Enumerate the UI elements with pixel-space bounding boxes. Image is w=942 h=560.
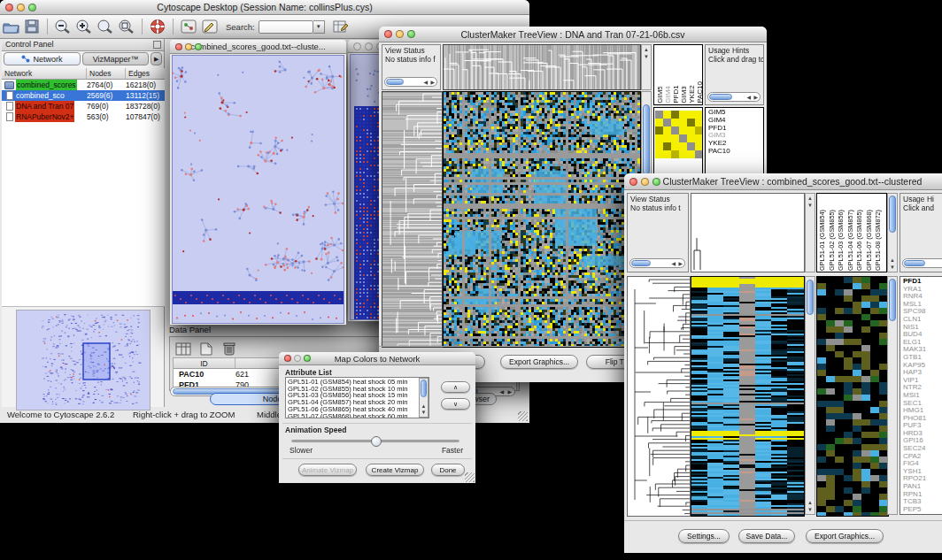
close-button[interactable] [5, 4, 13, 12]
tv2-detail-heatmap[interactable] [816, 276, 889, 517]
network-row[interactable]: DNA and Tran 07769(0)183728(0) [2, 101, 165, 111]
matrix-cell[interactable] [663, 119, 671, 127]
tab-vizmapper[interactable]: VizMapper™ [82, 52, 149, 65]
scroll-right-icon[interactable]: ▶ [678, 259, 683, 268]
select-attributes-icon[interactable] [173, 339, 194, 358]
delete-attribute-icon[interactable] [219, 339, 240, 358]
network-window-titlebar[interactable]: combined_scores_good.txt--cluste... [170, 40, 346, 54]
scroll-down-icon[interactable]: ▼ [806, 507, 815, 513]
tv1-heatmap[interactable] [443, 91, 641, 348]
create-vizmap-button[interactable]: Create Vizmap [366, 464, 424, 476]
resize-grip[interactable] [518, 411, 528, 421]
slider-thumb[interactable] [371, 436, 382, 447]
tv2-column-label[interactable]: GPL51-07 (GSM868) [865, 210, 875, 271]
matrix-cell[interactable] [655, 127, 663, 134]
settings-button[interactable]: Settings... [678, 529, 730, 543]
matrix-cell[interactable] [663, 134, 671, 142]
close-button[interactable] [353, 42, 361, 50]
treeview2-titlebar[interactable]: ClusterMaker TreeView : combined_scores_… [624, 173, 942, 190]
network-view-canvas[interactable] [172, 55, 344, 324]
network-row[interactable]: RNAPuberNov2+563(0)107847(0) [2, 111, 165, 122]
matrix-cell[interactable] [695, 119, 703, 127]
tv1-top-scroll-strip[interactable]: ▲ ▼ [641, 44, 652, 90]
tv2-column-label[interactable]: GPL51-03 (GSM856) [837, 210, 846, 271]
tv2-heatmap[interactable] [691, 276, 805, 517]
tv1-column-labels[interactable]: GIM5GIM4PFD1GIM3YKE2PAC10 [653, 44, 703, 105]
network-overview-thumbnail[interactable] [16, 310, 151, 410]
network-row[interactable]: combined_sco2569(6)13112(15) [2, 90, 165, 101]
matrix-cell[interactable] [695, 111, 703, 119]
matrix-cell[interactable] [663, 150, 671, 158]
table-edit-icon[interactable] [330, 17, 351, 36]
zoom-button[interactable] [304, 355, 311, 362]
tv1-gene-label[interactable]: PAC10 [708, 148, 763, 156]
dialog-titlebar[interactable]: Map Colors to Network [279, 352, 475, 365]
matrix-cell[interactable] [671, 150, 679, 158]
tv1-summary-matrix[interactable] [655, 111, 703, 158]
scroll-down-icon[interactable]: ▼ [642, 54, 651, 60]
scroll-up-icon[interactable]: ▲ [420, 403, 428, 410]
attribute-list-item[interactable]: GPL51-07 (GSM868) heat shock 60 min [288, 413, 427, 418]
zoom-button[interactable] [195, 43, 202, 50]
tab-overflow[interactable]: ▶ [151, 52, 162, 65]
animation-speed-slider[interactable] [291, 440, 459, 442]
matrix-cell[interactable] [687, 134, 695, 142]
matrix-cell[interactable] [687, 111, 695, 119]
matrix-cell[interactable] [679, 111, 687, 119]
tv2-column-label[interactable]: GPL51-02 (GSM855) [828, 210, 838, 271]
matrix-cell[interactable] [663, 111, 671, 119]
matrix-cell[interactable] [679, 127, 687, 134]
matrix-cell[interactable] [671, 119, 679, 127]
matrix-cell[interactable] [687, 127, 695, 134]
matrix-cell[interactable] [671, 127, 679, 134]
tv2-status-hscrollbar[interactable]: ◀ ▶ [629, 258, 685, 268]
minimize-button[interactable] [185, 43, 192, 50]
scroll-left-icon[interactable]: ◀ [671, 259, 676, 268]
scroll-down-icon[interactable]: ▼ [420, 410, 428, 416]
close-button[interactable] [284, 355, 291, 362]
tv2-column-label[interactable]: GPL51-01 (GSM854) [818, 210, 828, 271]
scroll-right-icon[interactable]: ▶ [753, 93, 758, 102]
scroll-up-icon[interactable]: ▲ [642, 47, 651, 53]
scroll-right-icon[interactable]: ▶ [507, 387, 512, 396]
tv2-column-label[interactable]: GPL51-08 (GSM872) [874, 210, 884, 271]
tv1-column-label[interactable]: GIM5 [656, 81, 664, 104]
matrix-cell[interactable] [687, 142, 695, 150]
matrix-cell[interactable] [695, 142, 703, 150]
tv2-column-label[interactable]: GPL51-04 (GSM857) [846, 210, 856, 271]
matrix-cell[interactable] [679, 150, 687, 158]
tv2-column-labels[interactable]: GPL51-01 (GSM854)GPL51-02 (GSM855)GPL51-… [816, 193, 887, 272]
save-icon[interactable] [21, 17, 42, 36]
attribute-list[interactable]: GPL51-01 (GSM854) heat shock 05 minGPL51… [285, 377, 429, 418]
matrix-cell[interactable] [663, 142, 671, 150]
scroll-left-icon[interactable]: ◀ [746, 93, 751, 102]
search-input[interactable] [259, 20, 313, 34]
zoom-out-icon[interactable] [52, 17, 73, 36]
save-data-button[interactable]: Save Data... [738, 529, 795, 543]
matrix-cell[interactable] [671, 134, 679, 142]
matrix-cell[interactable] [687, 150, 695, 158]
tv1-column-label[interactable]: GIM3 [680, 81, 688, 104]
close-button[interactable] [629, 178, 637, 186]
matrix-cell[interactable] [679, 134, 687, 142]
move-up-button[interactable]: ∧ [441, 381, 470, 393]
matrix-cell[interactable] [679, 142, 687, 150]
tv1-column-dendrogram[interactable] [443, 44, 641, 90]
matrix-cell[interactable] [679, 119, 687, 127]
zoom-in-icon[interactable] [73, 17, 95, 36]
animate-vizmap-button[interactable]: Animate Vizmap [298, 464, 357, 476]
matrix-cell[interactable] [655, 150, 663, 158]
tv1-column-label[interactable]: PAC10 [696, 81, 703, 104]
matrix-cell[interactable] [695, 134, 703, 142]
minimize-button[interactable] [17, 4, 25, 12]
float-panel-icon[interactable] [153, 41, 161, 49]
close-button[interactable] [384, 30, 392, 38]
matrix-cell[interactable] [671, 111, 679, 119]
matrix-cell[interactable] [687, 119, 695, 127]
network-row[interactable]: combined_scores2764(0)16218(0) [2, 80, 165, 90]
open-file-icon[interactable] [0, 17, 21, 36]
minimize-button[interactable] [294, 355, 301, 362]
tv1-status-hscrollbar[interactable]: ◀ ▶ [384, 77, 437, 87]
tv1-column-label[interactable]: GIM4 [664, 81, 672, 104]
tv1-column-label[interactable]: YKE2 [688, 81, 696, 104]
